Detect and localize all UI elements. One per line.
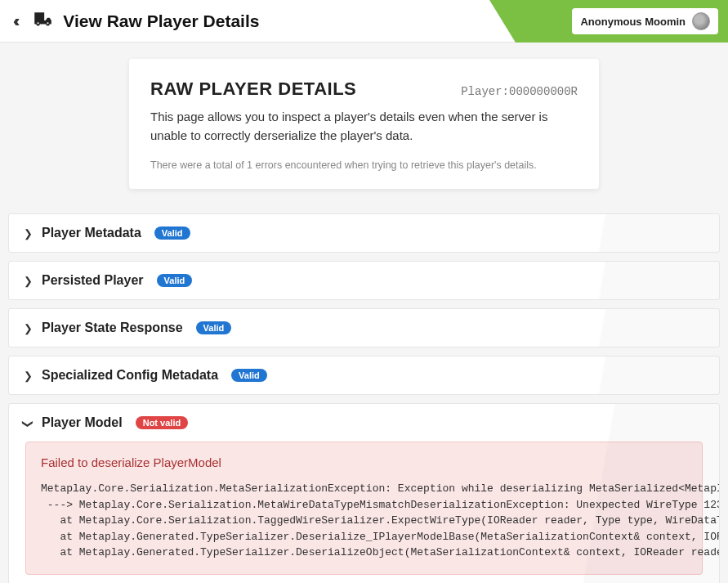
error-title: Failed to deserialize PlayerModel xyxy=(41,455,687,469)
chevron-right-icon: ❯ xyxy=(24,370,32,382)
user-chip[interactable]: Anonymous Moomin xyxy=(572,8,718,34)
panel-title: Specialized Config Metadata xyxy=(42,368,218,383)
status-badge: Valid xyxy=(154,226,190,240)
panels-container: ❯ Player Metadata Valid ❯ Persisted Play… xyxy=(0,213,728,583)
player-id: Player:000000000R xyxy=(461,85,578,98)
chevron-right-icon: ❯ xyxy=(24,322,32,334)
panel-player-state-response: ❯ Player State Response Valid xyxy=(8,308,720,348)
card-note: There were a total of 1 errors encounter… xyxy=(150,159,578,171)
status-badge: Valid xyxy=(231,369,267,382)
panel-body: Failed to deserialize PlayerModel Metapl… xyxy=(9,442,719,583)
status-badge: Not valid xyxy=(136,416,188,429)
truck-icon xyxy=(32,9,53,34)
panel-player-metadata: ❯ Player Metadata Valid xyxy=(8,213,720,253)
avatar xyxy=(692,12,710,30)
chevron-right-icon: ❯ xyxy=(24,275,32,287)
card-title: RAW PLAYER DETAILS xyxy=(150,78,356,100)
panel-persisted-player: ❯ Persisted Player Valid xyxy=(8,261,720,300)
panel-player-model: ❯ Player Model Not valid Failed to deser… xyxy=(8,403,720,583)
panel-title: Player Model xyxy=(42,415,123,430)
chevron-right-icon: ❯ xyxy=(24,227,32,240)
panel-header[interactable]: ❯ Player Metadata Valid xyxy=(9,214,719,252)
panel-title: Persisted Player xyxy=(42,273,144,288)
chevron-down-icon: ❯ xyxy=(22,419,34,427)
card-description: This page allows you to inspect a player… xyxy=(150,108,578,145)
page-title: View Raw Player Details xyxy=(63,11,259,31)
status-badge: Valid xyxy=(157,274,193,287)
details-card: RAW PLAYER DETAILS Player:000000000R Thi… xyxy=(129,59,599,189)
panel-specialized-config-metadata: ❯ Specialized Config Metadata Valid xyxy=(8,356,720,395)
panel-header[interactable]: ❯ Player State Response Valid xyxy=(9,309,719,347)
user-name: Anonymous Moomin xyxy=(580,16,686,28)
topbar: ‹‹ View Raw Player Details Anonymous Moo… xyxy=(0,0,728,43)
panel-header[interactable]: ❯ Player Model Not valid xyxy=(9,404,719,442)
panel-title: Player State Response xyxy=(42,321,183,335)
panel-title: Player Metadata xyxy=(42,226,141,240)
panel-header[interactable]: ❯ Persisted Player Valid xyxy=(9,262,719,299)
panel-header[interactable]: ❯ Specialized Config Metadata Valid xyxy=(9,357,719,394)
status-badge: Valid xyxy=(196,321,232,334)
back-button[interactable]: ‹‹ xyxy=(13,11,16,30)
error-stack-trace: Metaplay.Core.Serialization.MetaSerializ… xyxy=(41,481,687,561)
error-box: Failed to deserialize PlayerModel Metapl… xyxy=(25,442,703,575)
